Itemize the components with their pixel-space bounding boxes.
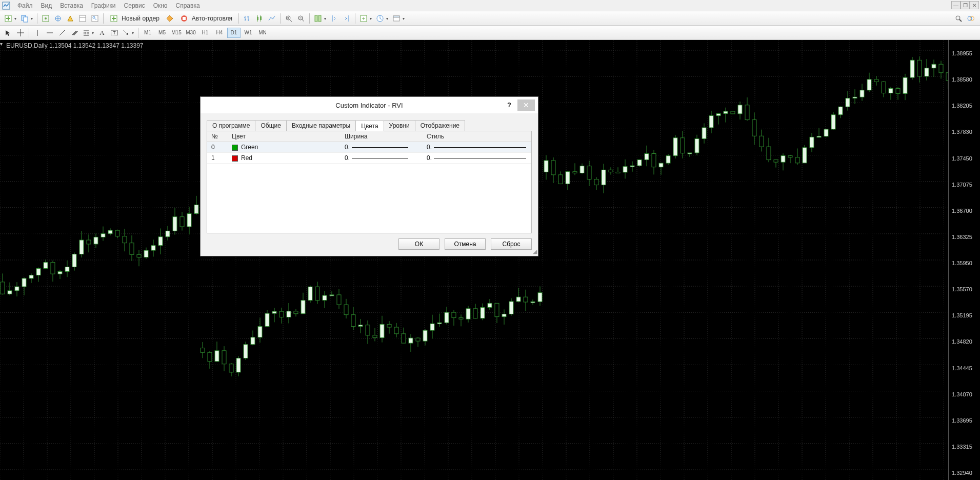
timeframe-d1[interactable]: D1 — [227, 28, 241, 38]
price-level: 1.35950 — [952, 260, 972, 266]
strategy-tester-button[interactable] — [89, 13, 101, 24]
periods-button[interactable] — [374, 13, 390, 24]
horizontal-line-tool[interactable] — [44, 27, 55, 38]
zoom-out-button[interactable] — [295, 13, 307, 24]
menu-view[interactable]: Вид — [37, 2, 56, 9]
indicator-dialog: Custom Indicator - RVI ? ✕ О программеОб… — [200, 96, 538, 256]
price-level: 1.35570 — [952, 286, 972, 292]
window-restore-button[interactable]: ❐ — [961, 1, 970, 9]
price-level: 1.36700 — [952, 208, 972, 214]
terminal-button[interactable] — [65, 13, 76, 24]
dialog-tabs: О программеОбщиеВходные параметрыЦветаУр… — [207, 118, 532, 131]
menu-file[interactable]: Файл — [13, 2, 37, 9]
timeframe-m5[interactable]: M5 — [155, 28, 169, 38]
dialog-tab[interactable]: Отображение — [415, 120, 465, 131]
col-color: Цвет — [228, 131, 341, 142]
text-label-tool[interactable]: T — [109, 27, 120, 38]
price-level: 1.33695 — [952, 417, 972, 424]
svg-point-7 — [45, 17, 47, 19]
navigator-button[interactable] — [52, 13, 64, 24]
indicators-button[interactable]: + — [358, 13, 373, 24]
dialog-close-button[interactable]: ✕ — [517, 99, 535, 111]
price-level: 1.34070 — [952, 391, 972, 397]
templates-button[interactable] — [391, 13, 406, 24]
menu-insert[interactable]: Вставка — [56, 2, 87, 9]
price-level: 1.37830 — [952, 129, 972, 135]
vertical-line-tool[interactable] — [32, 27, 43, 38]
line-chart-button[interactable] — [266, 13, 277, 24]
candle-chart-button[interactable] — [254, 13, 265, 24]
svg-rect-48 — [393, 16, 399, 17]
dialog-title: Custom Indicator - RVI — [335, 102, 403, 109]
new-order-button[interactable]: Новый ордер — [106, 13, 163, 24]
price-level: 1.36325 — [952, 234, 972, 240]
dialog-reset-button[interactable]: Сброс — [491, 238, 532, 250]
dialog-cancel-button[interactable]: Отмена — [445, 238, 486, 250]
data-window-button[interactable] — [77, 13, 88, 24]
bar-chart-button[interactable] — [242, 13, 253, 24]
timeframe-mn[interactable]: MN — [256, 28, 269, 38]
menu-charts[interactable]: Графики — [87, 2, 120, 9]
profiles-button[interactable] — [19, 13, 34, 24]
svg-point-49 — [956, 16, 960, 20]
svg-line-57 — [59, 30, 65, 35]
dialog-tab[interactable]: Общие — [255, 120, 286, 131]
window-minimize-button[interactable]: — — [951, 1, 961, 9]
svg-line-32 — [290, 19, 292, 22]
crosshair-tool[interactable] — [15, 27, 26, 38]
dialog-tab[interactable]: О программе — [207, 120, 255, 131]
svg-line-58 — [72, 31, 76, 35]
svg-line-59 — [73, 31, 77, 35]
dialog-tab[interactable]: Уровни — [384, 120, 415, 131]
col-num: № — [207, 131, 228, 142]
timeframe-w1[interactable]: W1 — [242, 28, 255, 38]
menubar: Файл Вид Вставка Графики Сервис Окно Спр… — [0, 0, 980, 11]
timeframe-m30[interactable]: M30 — [184, 28, 197, 38]
text-tool[interactable]: A — [96, 27, 108, 38]
menu-window[interactable]: Окно — [149, 2, 172, 9]
auto-scroll-button[interactable] — [312, 13, 328, 24]
price-level: 1.34820 — [952, 338, 972, 345]
equidistant-tool[interactable] — [69, 27, 80, 38]
metaquotes-button[interactable] — [164, 13, 175, 24]
svg-rect-5 — [24, 17, 28, 22]
dialog-ok-button[interactable]: ОК — [398, 238, 439, 250]
cursor-tool[interactable] — [3, 27, 14, 38]
market-watch-button[interactable] — [40, 13, 51, 24]
fibo-tool[interactable] — [81, 27, 95, 38]
chart-shift-end-button[interactable] — [341, 13, 352, 24]
dialog-tabpage: № Цвет Ширина Стиль 0Green0.0.1Red0.0. — [207, 131, 532, 233]
timeframe-h4[interactable]: H4 — [213, 28, 226, 38]
chart-shift-button[interactable] — [329, 13, 340, 24]
price-axis: 1.389551.385801.382051.378301.374501.370… — [948, 40, 980, 480]
new-chart-button[interactable] — [3, 13, 18, 24]
timeframe-m1[interactable]: M1 — [141, 28, 154, 38]
menu-service[interactable]: Сервис — [120, 2, 149, 9]
price-level: 1.35195 — [952, 312, 972, 318]
price-level: 1.37450 — [952, 155, 972, 162]
color-row[interactable]: 0Green0.0. — [207, 142, 531, 153]
svg-rect-20 — [183, 17, 186, 20]
chart-collapse-icon[interactable]: ▾ — [0, 41, 3, 47]
color-row[interactable]: 1Red0.0. — [207, 153, 531, 164]
price-level: 1.37075 — [952, 182, 972, 188]
trendline-tool[interactable] — [56, 27, 68, 38]
search-button[interactable] — [953, 13, 964, 24]
autotrade-button[interactable]: Авто-торговля — [176, 13, 236, 24]
timeframe-h1[interactable]: H1 — [198, 28, 212, 38]
dialog-tab[interactable]: Цвета — [355, 121, 384, 131]
arrows-tool[interactable] — [121, 27, 135, 38]
window-close-button[interactable]: ✕ — [970, 1, 979, 9]
dialog-tab[interactable]: Входные параметры — [286, 120, 356, 131]
colors-table[interactable]: № Цвет Ширина Стиль 0Green0.0.1Red0.0. — [207, 131, 531, 164]
price-level: 1.38205 — [952, 103, 972, 109]
timeframe-m15[interactable]: M15 — [170, 28, 183, 38]
zoom-in-button[interactable] — [283, 13, 294, 24]
dialog-help-button[interactable]: ? — [504, 99, 514, 110]
mql-button[interactable] — [965, 13, 976, 24]
svg-text:T: T — [113, 30, 116, 35]
menu-help[interactable]: Справка — [172, 2, 204, 9]
chart-symbol-label: EURUSD,Daily 1.13504 1.13542 1.13347 1.1… — [6, 42, 144, 49]
main-toolbar: Новый ордер Авто-торговля + — [0, 11, 980, 26]
dialog-titlebar[interactable]: Custom Indicator - RVI ? ✕ — [201, 97, 538, 113]
